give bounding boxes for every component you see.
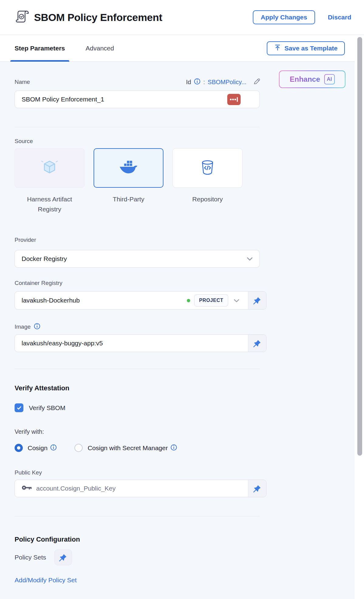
name-label: Name [15, 79, 30, 85]
info-icon[interactable] [34, 323, 40, 331]
public-key-value: account.Cosign_Public_Key [36, 485, 116, 492]
public-key-input[interactable]: account.Cosign_Public_Key [15, 480, 248, 497]
tab-advanced[interactable]: Advanced [86, 35, 114, 62]
policy-sets-label: Policy Sets [15, 554, 46, 561]
pin-button[interactable] [54, 549, 72, 565]
info-icon[interactable] [170, 444, 177, 452]
container-registry-input[interactable]: lavakush-Dockerhub PROJECT [15, 292, 248, 309]
cube-icon [41, 159, 58, 177]
provider-label: Provider [15, 237, 355, 243]
container-registry-input-group: lavakush-Dockerhub PROJECT [15, 291, 266, 310]
source-card-label-repository: Repository [173, 194, 242, 214]
source-card-harness-artifact-registry[interactable] [15, 148, 84, 188]
save-as-template-button[interactable]: Save as Template [267, 41, 345, 55]
info-icon[interactable] [194, 78, 201, 86]
verify-with-options: Cosign Cosign with Secret Manager [15, 444, 355, 452]
policy-sets-row: Policy Sets [15, 549, 355, 565]
ai-badge-label: AI [327, 76, 332, 82]
image-label-row: Image [15, 323, 355, 331]
vertical-scrollbar-thumb[interactable] [357, 37, 362, 456]
chevron-down-icon [247, 255, 253, 262]
step-id-display: Id : SBOMPolicy... [186, 77, 261, 87]
section-divider [15, 127, 260, 127]
source-card-labels: Harness Artifact Registry Third-Party Re… [15, 194, 355, 214]
section-divider [15, 516, 260, 516]
docker-icon [119, 160, 138, 176]
tab-step-parameters[interactable]: Step Parameters [15, 35, 65, 62]
id-label: Id [186, 79, 191, 86]
info-icon[interactable] [50, 444, 57, 452]
save-as-template-label: Save as Template [284, 45, 338, 52]
step-parameters-panel: Enhance AI Name Id : SBOMPolicy... SBOM … [0, 62, 355, 599]
radio-cosign-secret-manager[interactable] [74, 444, 83, 452]
source-label: Source [15, 138, 355, 145]
page-title: SBOM Policy Enforcement [34, 12, 162, 23]
pin-button[interactable] [248, 292, 266, 309]
provider-select[interactable]: Docker Registry [15, 250, 260, 268]
upload-icon [274, 44, 281, 53]
policy-configuration-title: Policy Configuration [15, 536, 355, 543]
radio-cosign[interactable] [15, 444, 23, 452]
key-icon [22, 485, 32, 492]
ai-badge-icon: AI [324, 74, 335, 84]
verify-sbom-checkbox[interactable] [15, 403, 23, 412]
verify-sbom-label: Verify SBOM [29, 404, 65, 412]
name-label-row: Name Id : SBOMPolicy... [15, 77, 261, 87]
sbom-scroll-check-icon [15, 9, 29, 26]
container-registry-value: lavakush-Dockerhub [22, 297, 80, 304]
image-input-group: lavakush/easy-buggy-app:v5 [15, 334, 266, 352]
name-input-value: SBOM Policy Enforcement_1 [22, 96, 104, 103]
pin-button[interactable] [248, 480, 266, 497]
image-input[interactable]: lavakush/easy-buggy-app:v5 [15, 335, 248, 352]
pin-button[interactable] [248, 335, 266, 352]
scope-badge: PROJECT [194, 294, 228, 306]
source-card-group [15, 148, 355, 188]
section-divider [15, 369, 260, 369]
name-input[interactable]: SBOM Policy Enforcement_1 [15, 91, 260, 108]
public-key-label: Public Key [15, 469, 355, 476]
chevron-down-icon[interactable] [234, 297, 239, 304]
connector-status-dot [187, 299, 190, 302]
image-label: Image [15, 323, 31, 330]
source-card-third-party[interactable] [94, 148, 163, 188]
public-key-input-group: account.Cosign_Public_Key [15, 480, 266, 497]
verify-attestation-title: Verify Attestation [15, 384, 355, 392]
verify-sbom-row: Verify SBOM [15, 403, 355, 412]
repository-icon [201, 160, 215, 176]
provider-value: Docker Registry [22, 255, 67, 262]
fixed-value-type-button[interactable] [227, 94, 241, 105]
panel-header: SBOM Policy Enforcement Apply Changes Di… [0, 0, 364, 35]
add-modify-policy-set-link[interactable]: Add/Modify Policy Set [15, 577, 355, 584]
source-card-label-har: Harness Artifact Registry [15, 194, 84, 214]
discard-button[interactable]: Discard [328, 14, 351, 21]
id-value[interactable]: SBOMPolicy... [208, 79, 246, 86]
id-separator: : [203, 79, 205, 86]
edit-pencil-icon[interactable] [253, 77, 261, 87]
apply-changes-button[interactable]: Apply Changes [253, 10, 315, 24]
container-registry-label: Container Registry [15, 280, 355, 286]
enhance-label: Enhance [290, 75, 320, 84]
radio-cosign-secret-manager-label: Cosign with Secret Manager [88, 444, 168, 452]
image-value: lavakush/easy-buggy-app:v5 [22, 340, 103, 347]
source-card-label-third-party: Third-Party [94, 194, 163, 214]
radio-cosign-label: Cosign [28, 444, 47, 452]
tab-bar: Step Parameters Advanced Save as Templat… [0, 35, 355, 62]
source-card-repository[interactable] [173, 148, 242, 188]
verify-with-label: Verify with: [15, 428, 355, 435]
enhance-ai-button[interactable]: Enhance AI [279, 70, 345, 88]
